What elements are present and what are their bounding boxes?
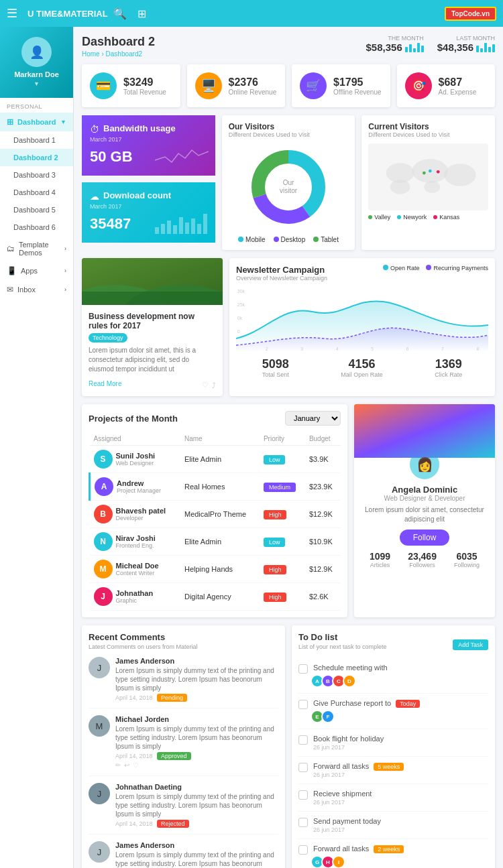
stat-info: $1795 Offline Revenue [333,76,382,96]
newsletter-card: Newsletter Campaign Overview of Newslett… [229,258,495,396]
map-subtitle: Different Devices Used to Visit [368,131,488,138]
legend-valley: Valley [368,214,390,221]
sidebar-item-dashboard6[interactable]: Dashboard 6 [0,219,73,236]
heart-icon[interactable]: ♡ [133,761,139,769]
comments-title: Recent Comments [89,632,278,642]
total-sent-label: Total Sent [262,371,289,378]
bottom-row: Recent Comments Latest Comments on users… [82,625,495,868]
breadcrumb: Home › Dashboard2 [82,50,155,58]
stat-amount: $3249 [123,76,166,88]
search-icon[interactable]: 🔍 [113,7,127,20]
blog-text: Lorem ipsum dolor sit amet, this is a co… [89,346,216,374]
sidebar-item-dashboard[interactable]: ⊞ Dashboard ▼ [0,113,73,131]
stat-card-offline-revenue: 🛒 $1795 Offline Revenue [292,64,390,107]
todo-checkbox[interactable] [298,664,308,674]
total-sent-value: 5098 [262,357,289,371]
svg-rect-4 [179,217,183,234]
table-row: AAndrewProject Manager Real Homes Medium… [90,473,341,501]
profile-cover [354,404,495,458]
sidebar-item-dashboard4[interactable]: Dashboard 4 [0,184,73,201]
chevron-icon: › [64,267,66,274]
mini-avatar: D [343,674,356,688]
todo-checkbox[interactable] [298,735,308,745]
sidebar-item-dashboard2[interactable]: Dashboard 2 [0,149,73,166]
sidebar-item-inbox[interactable]: ✉ Inbox › [0,280,73,299]
month-select[interactable]: January February March [285,411,341,426]
todo-content: Give Purchase report to Today E F [313,699,420,723]
todo-checkbox[interactable] [298,818,308,827]
visitors-title: Our Visitors [229,122,349,131]
bar [421,46,424,52]
last-month-value: $48,356 [437,42,473,53]
project-name: Elite Admin [180,446,260,473]
bar [480,48,483,52]
todo-checkbox[interactable] [298,845,308,855]
newsletter-title-section: Newsletter Campaign Overview of Newslett… [236,265,327,282]
sidebar-item-dashboard5[interactable]: Dashboard 5 [0,201,73,219]
topcode-badge: TopCode.vn [445,7,496,21]
revenue-bars-2 [476,43,495,52]
legend-newyork: Newyork [397,214,427,221]
brand-title: U TIME&MATERIAL [27,9,108,19]
priority-badge: Medium [264,483,296,492]
bandwidth-icon: ⏱ [90,124,99,135]
world-map [368,143,488,210]
todo-checkbox[interactable] [298,790,308,800]
follow-button[interactable]: Follow [400,530,450,546]
breadcrumb-home[interactable]: Home [82,50,100,58]
sidebar-item-dashboard3[interactable]: Dashboard 3 [0,166,73,184]
todo-header: To Do list List of your next task to com… [298,632,488,657]
add-task-button[interactable]: Add Task [453,639,488,650]
svg-text:3: 3 [300,346,303,352]
table-row: JJohnathanGraphic Digital Agency High $2… [90,583,341,611]
todo-content: Forward all tasks 2 weeks G H I [313,845,404,868]
profile-bio: Lorem ipsum dolor sit amet, consectetur … [361,505,488,524]
breadcrumb-current: Dashboard2 [106,50,142,58]
last-month-label: LAST MONTH [437,35,495,42]
top-header: ☰ U TIME&MATERIAL 🔍 ⊞ TopCode.vn [0,0,503,27]
read-more-link[interactable]: Read More [89,380,121,387]
share-icon[interactable]: ⤴ [212,381,216,389]
chevron-down-icon[interactable]: ▼ [34,80,40,87]
col-name: Name [180,432,260,446]
mini-avatar: I [332,855,345,868]
sidebar-item-apps[interactable]: 📱 Apps › [0,261,73,280]
todo-checkbox[interactable] [298,763,308,772]
newsletter-title: Newsletter Campaign [236,265,327,275]
total-revenue-icon: 💳 [90,72,117,99]
following-value: 6035 [454,551,480,562]
budget: $2.6K [305,583,341,611]
sidebar-item-label: Dashboard [17,118,56,126]
menu-icon[interactable]: ☰ [7,6,17,21]
grid-icon[interactable]: ⊞ [137,7,146,20]
table-row: SSunil JoshiWeb Designer Elite Admin Low… [90,446,341,473]
mini-avatar: F [321,710,335,723]
person-avatar: B [94,505,113,523]
page-title: Dashboard 2 [82,35,155,49]
svg-text:2: 2 [266,346,268,352]
svg-text:0: 0 [237,328,240,335]
edit-icon[interactable]: ✏ [115,761,121,769]
project-name: Helping Hands [180,556,260,583]
sidebar-item-dashboard1[interactable]: Dashboard 1 [0,131,73,149]
followers-label: Followers [408,562,437,568]
priority-badge: High [264,593,287,602]
person-avatar: M [94,560,113,578]
todo-item: Give Purchase report to Today E F [298,694,488,729]
mid-row: ⏱ Bandwidth usage March 2017 50 GB ☁ Dow… [82,115,495,250]
svg-point-17 [444,164,476,186]
sidebar-item-template-demos[interactable]: 🗂 Template Demos › [0,236,73,261]
todo-checkbox[interactable] [298,700,308,709]
todo-item: Forward all tasks 2 weeks G H I [298,839,488,868]
svg-text:5: 5 [371,346,374,352]
reply-icon[interactable]: ↩ [124,761,129,769]
heart-icon[interactable]: ♡ [202,381,209,389]
this-month-revenue: THE MONTH $58,356 [366,35,424,53]
chevron-icon: › [64,245,66,252]
following-label: Following [454,562,480,568]
projects-table: Assigned Name Priority Budget SSunil Jos… [89,432,341,611]
project-name: Real Homes [180,473,260,501]
legend-label: Mobile [245,236,265,243]
bandwidth-sparkline [155,143,209,169]
visitors-card: Our Visitors Different Devices Used to V… [222,115,355,250]
